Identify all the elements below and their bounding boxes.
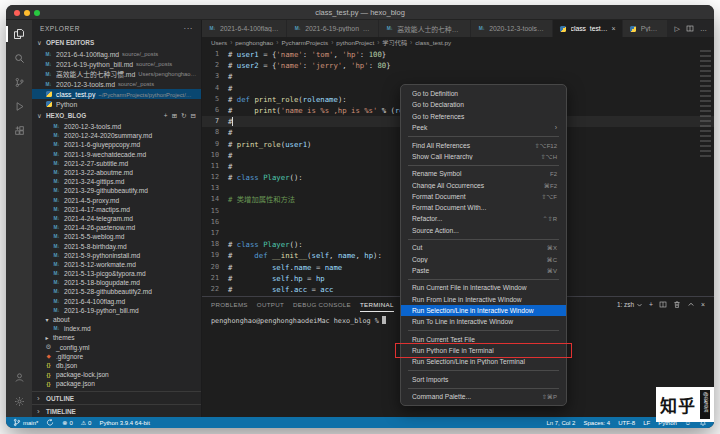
tab-md[interactable]: 高效能人士的七种习惯.md — [379, 20, 471, 37]
chevron-up-icon[interactable] — [687, 300, 695, 309]
panel-tab-output[interactable]: OUTPUT — [257, 297, 284, 312]
refresh-icon[interactable]: ↻ — [181, 112, 186, 120]
tree-item-2021-6-19-python-bill-md[interactable]: 2021-6-19-python_bill.md — [32, 306, 201, 315]
tree-item-2021-5-9-pythoninstall-md[interactable]: 2021-5-9-pythoninstall.md — [32, 251, 201, 260]
menu-item-source-action[interactable]: Source Action... — [401, 225, 566, 236]
tab-2020-12-3-tools-md[interactable]: 2020-12-3-tools.md — [471, 20, 552, 37]
status-main[interactable]: main* — [13, 418, 38, 427]
tree-item-2021-2-27-subtitle-md[interactable]: 2021-2-27-subtitle.md — [32, 159, 201, 168]
menu-item-change-all-occurrences[interactable]: Change All Occurrences⌘F2 — [401, 179, 566, 190]
status-0[interactable]: ⊗0 — [62, 419, 72, 426]
activity-search[interactable] — [6, 47, 32, 69]
tree-item-2021-5-13-picgo-typora-md[interactable]: 2021-5-13-picgo&typora.md — [32, 269, 201, 278]
menu-item-run-current-file-in-interactive-window[interactable]: Run Current File in Interactive Window — [401, 282, 566, 293]
panel-tab-problems[interactable]: PROBLEMS — [211, 297, 248, 312]
code-line[interactable]: 1# user1 = {'name': 'tom', 'hp': 100} — [202, 49, 714, 60]
panel-tab-terminal[interactable]: TERMINAL — [360, 297, 394, 312]
new-folder-icon[interactable]: ⊞ — [172, 112, 177, 120]
timeline-header[interactable]: TIMELINE — [32, 404, 201, 417]
more-actions-icon[interactable]: ··· — [184, 24, 194, 33]
open-editor-2020-12-3-tools-md[interactable]: 2020-12-3-tools.mdsource/_posts — [32, 79, 201, 89]
split-icon[interactable] — [659, 300, 667, 309]
status-spaces-4[interactable]: Spaces: 4 — [583, 420, 610, 426]
status-lf[interactable]: LF — [643, 420, 650, 426]
tree-item-2021-6-4-100flag-md[interactable]: 2021-6-4-100flag.md — [32, 297, 201, 306]
open-editor-class-test-py[interactable]: class_test.py~/PycharmProjects/pythonPro… — [32, 89, 201, 99]
tree-item-2021-3-22-aboutme-md[interactable]: 2021-3-22-aboutme.md — [32, 168, 201, 177]
activity-explorer[interactable] — [6, 23, 32, 45]
menu-item-go-to-definition[interactable]: Go to Definition — [401, 88, 566, 99]
tree-item-2020-12-3-tools-md[interactable]: 2020-12-3-tools.md — [32, 122, 201, 131]
breadcrumb-penghonghao[interactable]: penghonghao — [235, 39, 273, 46]
activity-settings[interactable] — [6, 390, 32, 412]
tree-item-2021-4-24-telegram-md[interactable]: 2021-4-24-telegram.md — [32, 214, 201, 223]
tree-folder-about[interactable]: ▾about — [32, 315, 201, 324]
open-editor-md[interactable]: 高效能人士的七种习惯.mdUsers/penghonghao/OneDrive — [32, 69, 201, 79]
breadcrumb-users[interactable]: Users — [211, 39, 227, 46]
trash-icon[interactable] — [673, 300, 681, 309]
menu-item-run-selection-line-in-interactive-window[interactable]: Run Selection/Line in Interactive Window — [401, 305, 566, 316]
tree-item-index-md[interactable]: index.md — [32, 324, 201, 333]
menu-item-find-all-references[interactable]: Find All References⇧⌥F12 — [401, 139, 566, 150]
tree-item-2021-4-26-pastenow-md[interactable]: 2021-4-26-pastenow.md — [32, 223, 201, 232]
menu-item-go-to-references[interactable]: Go to References — [401, 111, 566, 122]
status-sync[interactable] — [46, 418, 54, 427]
minimap[interactable] — [700, 50, 711, 158]
breadcrumb-pycharmprojects[interactable]: PycharmProjects — [281, 39, 328, 46]
menu-item-go-to-declaration[interactable]: Go to Declaration — [401, 99, 566, 110]
close-window-button[interactable] — [14, 10, 20, 16]
tree-item-package-json[interactable]: package.json — [32, 379, 201, 388]
tree-item-db-json[interactable]: db.json — [32, 361, 201, 370]
menu-item-command-palette[interactable]: Command Palette...⇧⌘P — [401, 391, 566, 402]
menu-item-run-python-file-in-terminal[interactable]: Run Python File in Terminal — [401, 345, 566, 356]
breadcrumb-item-4[interactable]: 学习代码 — [382, 38, 407, 47]
tree-item-2021-5-12-workmate-md[interactable]: 2021-5-12-workmate.md — [32, 260, 201, 269]
terminal-shell-selector[interactable]: 1: zsh — [617, 301, 643, 309]
tree-item-2021-5-8-birthday-md[interactable]: 2021-5-8-birthday.md — [32, 241, 201, 250]
menu-item-peek[interactable]: Peek› — [401, 122, 566, 133]
tree-item-config-yml[interactable]: _config.yml — [32, 343, 201, 352]
tab-python[interactable]: Python — [623, 20, 668, 37]
outline-header[interactable]: OUTLINE — [32, 391, 201, 404]
activity-run-debug[interactable] — [6, 95, 32, 117]
code-line[interactable]: 3# — [202, 71, 714, 82]
run-icon[interactable]: ▷ — [675, 25, 680, 33]
activity-account[interactable] — [6, 366, 32, 388]
tree-item-2021-1-9-wechatdecade-md[interactable]: 2021-1-9-wechatdecade.md — [32, 150, 201, 159]
tree-item-2021-3-24-gittips-md[interactable]: 2021-3-24-gittips.md — [32, 177, 201, 186]
split-editor-icon[interactable] — [686, 24, 694, 33]
panel-tab-debug-console[interactable]: DEBUG CONSOLE — [293, 297, 351, 312]
menu-item-run-from-line-in-interactive-window[interactable]: Run From Line in Interactive Window — [401, 294, 566, 305]
tree-item-package-lock-json[interactable]: package-lock.json — [32, 370, 201, 379]
menu-item-format-document-with[interactable]: Format Document With... — [401, 202, 566, 213]
menu-item-run-selection-line-in-python-terminal[interactable]: Run Selection/Line in Python Terminal — [401, 356, 566, 367]
tab-2021-6-4-100flag-md[interactable]: 2021-6-4-100flag.md — [202, 20, 287, 37]
tree-item-2021-4-17-mactips-md[interactable]: 2021-4-17-mactips.md — [32, 205, 201, 214]
status-utf-8[interactable]: UTF-8 — [618, 420, 635, 426]
menu-item-sort-imports[interactable]: Sort Imports — [401, 374, 566, 385]
menu-item-copy[interactable]: Copy⌘C — [401, 253, 566, 264]
menu-item-run-to-line-in-interactive-window[interactable]: Run To Line in Interactive Window — [401, 316, 566, 327]
menu-item-cut[interactable]: Cut⌘X — [401, 242, 566, 253]
tree-item-2021-5-18-blogupdate-md[interactable]: 2021-5-18-blogupdate.md — [32, 278, 201, 287]
new-file-icon[interactable]: + — [164, 112, 168, 120]
status-ln-7-col-2[interactable]: Ln 7, Col 2 — [546, 420, 575, 426]
activity-source-control[interactable] — [6, 71, 32, 93]
collapse-icon[interactable]: ⊟ — [191, 112, 196, 120]
tree-item-2021-1-6-giuyeppcopy-md[interactable]: 2021-1-6-giuyeppcopy.md — [32, 140, 201, 149]
menu-item-paste[interactable]: Paste⌘V — [401, 265, 566, 276]
open-editors-header[interactable]: OPEN EDITORS — [32, 36, 201, 49]
tree-item-2021-4-5-proxy-md[interactable]: 2021-4-5-proxy.md — [32, 196, 201, 205]
activity-extensions[interactable] — [6, 119, 32, 141]
menu-item-format-document[interactable]: Format Document⇧⌥F — [401, 191, 566, 202]
code-line[interactable]: 2# user2 = {'name': 'jerry', 'hp': 80} — [202, 60, 714, 71]
menu-item-rename-symbol[interactable]: Rename SymbolF2 — [401, 168, 566, 179]
tree-item-2021-5-28-githubbeautify2-md[interactable]: 2021-5-28-githubbeautify2.md — [32, 287, 201, 296]
open-editor-python[interactable]: Python — [32, 99, 201, 109]
tree-item-gitignore[interactable]: .gitignore — [32, 352, 201, 361]
project-header[interactable]: HEXO_BLOG +⊞↻⊟ — [32, 109, 201, 122]
tree-folder-themes[interactable]: ▸themes — [32, 333, 201, 342]
status-python-3-9-4-64-bit[interactable]: Python 3.9.4 64-bit — [99, 420, 149, 426]
breadcrumb-class-test-py[interactable]: class_test.py — [415, 39, 451, 46]
zoom-window-button[interactable] — [34, 10, 40, 16]
